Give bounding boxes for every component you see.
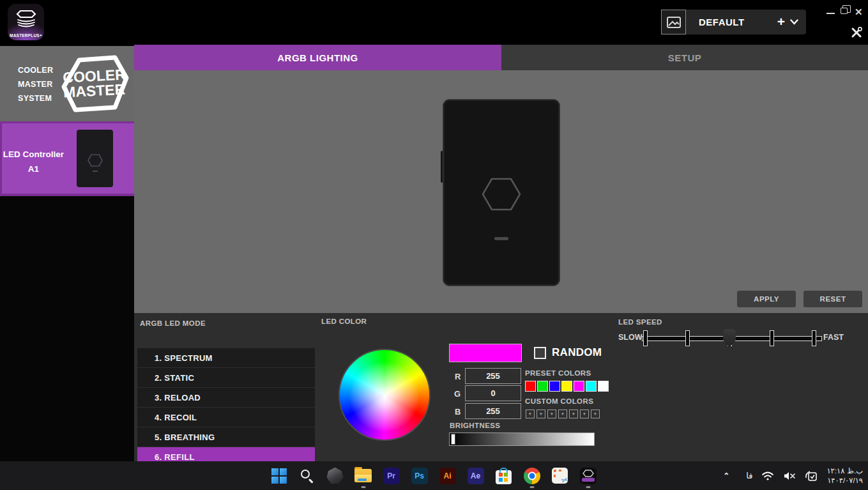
app-window: MASTERPLUS+ DEFAULT + ✕ — [0, 0, 868, 490]
language-indicator[interactable]: فا — [746, 471, 752, 480]
preset-color-magenta[interactable] — [574, 381, 584, 392]
taskbar-aftereffects[interactable]: Ae — [467, 466, 484, 486]
tab-bar: ARGB LIGHTING SETUP — [134, 45, 868, 70]
tab-setup[interactable]: SETUP — [501, 45, 868, 70]
custom-color-slot[interactable]: + — [537, 410, 545, 418]
preset-color-white[interactable] — [598, 381, 609, 392]
taskbar-chrome[interactable] — [523, 466, 540, 486]
start-button[interactable] — [270, 466, 287, 486]
device-led-dash — [93, 171, 98, 172]
volume-muted-icon[interactable] — [783, 471, 796, 481]
preset-color-yellow[interactable] — [561, 381, 572, 392]
custom-color-slot[interactable]: + — [547, 410, 556, 418]
photoshop-icon: Ps — [411, 468, 428, 484]
custom-color-slot[interactable]: + — [558, 410, 567, 418]
tray-clock[interactable]: ۱۲:۱۸ ب.ظ ۱۴۰۴/۰۷/۱۹ — [826, 466, 863, 486]
color-wheel[interactable] — [339, 349, 430, 441]
illustrator-icon: Ai — [439, 468, 456, 484]
custom-color-slot[interactable]: + — [591, 410, 600, 418]
random-checkbox[interactable] — [534, 347, 546, 359]
custom-color-slot[interactable]: + — [526, 410, 535, 418]
svg-text:MASTER: MASTER — [63, 80, 126, 100]
custom-color-slot[interactable]: + — [580, 410, 589, 418]
sidebar-system-header: COOLER MASTER SYSTEM COOLER MASTER — [0, 46, 134, 121]
chrome-icon — [524, 468, 540, 484]
led-color-title: LED COLOR — [321, 318, 367, 325]
clock-meridiem: ب.ظ — [847, 466, 863, 476]
led-mode-list: 1. SPECTRUM 2. STATIC 3. RELOAD 4. RECOI… — [137, 348, 315, 461]
preset-colors-title: PRESET COLORS — [525, 369, 591, 377]
running-indicator — [361, 486, 365, 488]
taskbar-snipping-tool[interactable]: ✂ — [551, 466, 568, 486]
wifi-icon[interactable] — [761, 471, 774, 481]
speed-slider-handle[interactable] — [723, 329, 736, 348]
usb-eject-icon[interactable] — [805, 470, 818, 482]
taskbar-file-explorer[interactable] — [354, 466, 372, 486]
mode-item-static[interactable]: 2. STATIC — [137, 368, 315, 387]
device-label: LED Controller A1 — [0, 147, 67, 176]
b-input[interactable] — [465, 403, 521, 419]
apply-button[interactable]: APPLY — [737, 291, 796, 307]
taskbar-photoshop[interactable]: Ps — [411, 466, 428, 486]
speed-tick-4[interactable] — [770, 330, 774, 346]
argb-led-mode-title: ARGB LED MODE — [140, 319, 206, 327]
taskbar-illustrator[interactable]: Ai — [439, 466, 456, 486]
selected-color-swatch — [449, 344, 522, 362]
mode-item-recoil[interactable]: 4. RECOIL — [137, 408, 315, 427]
preset-color-blue[interactable] — [549, 381, 560, 392]
mode-item-spectrum[interactable]: 1. SPECTRUM — [137, 348, 315, 367]
reset-button[interactable]: RESET — [803, 291, 862, 307]
app-logo-label: MASTERPLUS+ — [10, 33, 42, 38]
custom-color-slot[interactable]: + — [569, 410, 578, 418]
settings-tools-icon[interactable] — [851, 27, 862, 41]
hexagon-stack-icon — [15, 7, 37, 29]
taskbar-ms-store[interactable] — [495, 466, 512, 486]
add-profile-button[interactable]: + — [777, 15, 790, 29]
mode-item-reload[interactable]: 3. RELOAD — [137, 388, 315, 407]
taskbar-3d-app[interactable] — [326, 466, 344, 486]
running-indicator — [586, 486, 590, 488]
device-preview-image — [443, 100, 560, 286]
close-button[interactable]: ✕ — [855, 7, 863, 17]
r-input[interactable] — [465, 368, 521, 384]
picture-icon — [667, 17, 681, 28]
microsoft-store-icon — [496, 470, 512, 484]
speed-fast-label: FAST — [823, 333, 844, 342]
running-indicator — [529, 486, 534, 488]
speed-tick-2[interactable] — [685, 330, 690, 346]
brightness-slider-handle[interactable] — [451, 434, 455, 445]
chevron-down-icon[interactable] — [790, 19, 806, 25]
g-input[interactable] — [465, 385, 521, 401]
profile-image-button[interactable] — [661, 10, 686, 34]
preset-color-green[interactable] — [537, 381, 548, 392]
tab-argb-lighting[interactable]: ARGB LIGHTING — [134, 45, 501, 70]
search-button[interactable] — [298, 466, 316, 486]
aftereffects-icon: Ae — [468, 468, 484, 484]
speed-tick-1[interactable] — [643, 330, 648, 346]
mode-item-refill[interactable]: 6. REFILL — [137, 447, 315, 461]
preset-color-cyan[interactable] — [586, 381, 597, 392]
minimize-button[interactable] — [826, 13, 835, 14]
masterplus-app-logo: MASTERPLUS+ — [8, 4, 44, 40]
preset-color-red[interactable] — [525, 381, 536, 392]
preset-colors-row — [525, 381, 609, 392]
search-icon — [300, 468, 315, 484]
system-label: COOLER MASTER SYSTEM — [18, 63, 53, 105]
taskbar-premiere[interactable]: Pr — [383, 466, 400, 486]
profile-selected-name: DEFAULT — [686, 17, 777, 27]
brightness-slider[interactable] — [449, 433, 595, 446]
clock-time: ۱۲:۱۸ — [826, 466, 844, 476]
clock-date: ۱۴۰۴/۰۷/۱۹ — [826, 476, 863, 486]
b-label: B — [455, 407, 461, 417]
taskbar-masterplus[interactable] — [579, 466, 597, 486]
speed-tick-5[interactable] — [812, 330, 816, 346]
windows-logo-icon — [271, 468, 287, 484]
hidden-icons-chevron[interactable]: ⌃ — [723, 471, 729, 480]
windows-taskbar: Pr Ps Ai Ae — [0, 461, 868, 490]
restore-button[interactable] — [841, 8, 848, 14]
sidebar-item-led-controller[interactable]: LED Controller A1 — [0, 121, 134, 196]
mode-item-breathing[interactable]: 5. BREATHING — [137, 427, 315, 447]
profile-dropdown[interactable]: DEFAULT + — [686, 10, 806, 34]
led-speed-title: LED SPEED — [618, 318, 662, 326]
premiere-icon: Pr — [383, 468, 400, 484]
